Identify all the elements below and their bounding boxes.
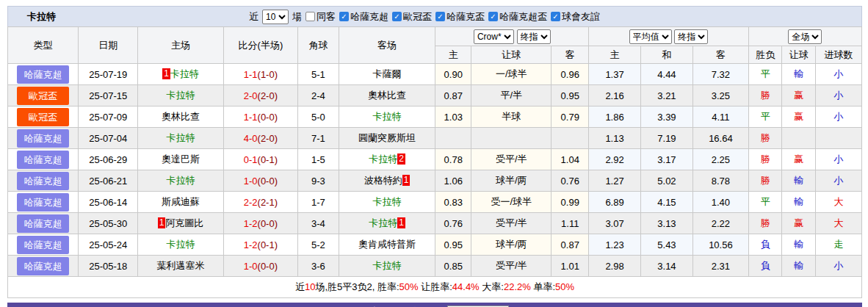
recent-count-select[interactable]: 10 — [262, 10, 289, 24]
league-checkbox[interactable]: ✓哈薩克超盃 — [488, 10, 547, 24]
avg-draw-odds: 3.39 — [641, 106, 693, 128]
league-type-badge: 哈薩克超 — [17, 236, 69, 254]
league-type-badge: 哈薩克超 — [17, 65, 69, 84]
halftime-score: (0-1) — [258, 239, 278, 250]
league-type-cell: 歐冠盃 — [8, 85, 79, 106]
filter-controls: 近 10 場 同客 ✓哈薩克超✓歐冠盃✓哈薩克盃✓哈薩克超盃✓球會友誼 — [249, 7, 600, 26]
handicap-line: 受平/半 — [471, 213, 551, 234]
team-name-text: 卡拉特 — [369, 217, 397, 228]
table-row: 哈薩克超25-07-191卡拉特1-1(1-0)5-1卡薩爾0.90一/球半0.… — [8, 64, 862, 85]
summary-segment: 10 — [305, 281, 315, 292]
fulltime-score: 1-1 — [244, 69, 258, 80]
rank-badge: 1 — [397, 217, 405, 228]
table-row: 哈薩克超25-06-14斯咸迪蘇2-2(2-1)1-7卡拉特0.83受一/球半0… — [8, 192, 862, 213]
league-type-cell: 歐冠盃 — [8, 106, 79, 128]
handicap-away-odds — [551, 128, 589, 149]
fulltime-score: 2-2 — [244, 197, 258, 208]
sub-header-handicap-line: 让球 — [471, 46, 551, 64]
league-type-cell: 哈薩克超 — [8, 170, 79, 192]
handicap-home-odds — [435, 128, 471, 149]
match-date: 25-05-18 — [79, 256, 138, 277]
halftime-score: (0-0) — [258, 218, 278, 229]
sub-header-avg-home: 主 — [589, 46, 641, 64]
match-date: 25-06-29 — [79, 149, 138, 170]
odds-time-select-1[interactable]: 终指 — [517, 29, 551, 44]
goals-result: 小 — [816, 85, 862, 106]
sub-header-goals: 进球数 — [816, 46, 862, 64]
home-team: 斯咸迪蘇 — [138, 192, 223, 213]
same-away-checkbox[interactable]: 同客 — [305, 10, 336, 24]
winloss-result: 勝 — [748, 213, 782, 234]
avg-home-odds: 1.23 — [589, 234, 641, 256]
summary-segment: 50% — [399, 281, 419, 292]
handicap-home-odds: 0.85 — [435, 256, 471, 277]
score-cell: 0-1(0-1) — [223, 149, 297, 170]
score-cell: 1-1(0-0) — [223, 106, 297, 128]
sub-header-avg-away: 客 — [692, 46, 748, 64]
table-row: 哈薩克超25-05-301阿克圖比1-2(0-0)3-4卡拉特10.76受平/半… — [8, 213, 862, 234]
checkbox-unchecked-icon[interactable] — [305, 12, 315, 21]
league-type-badge: 歐冠盃 — [17, 108, 69, 126]
avg-draw-odds: 3.21 — [641, 85, 693, 106]
table-row: 哈薩克超25-07-04卡拉特4-0(2-0)7-1圓蘭突厥斯坦1.137.19… — [8, 128, 862, 149]
fulltime-score: 1-2 — [244, 239, 258, 250]
fulltime-score: 0-1 — [244, 154, 258, 165]
odds-source-select[interactable]: Crow* — [474, 29, 514, 44]
league-filters: ✓哈薩克超✓歐冠盃✓哈薩克盃✓哈薩克超盃✓球會友誼 — [339, 10, 600, 24]
goals-result: 小 — [816, 170, 862, 192]
match-date: 25-07-04 — [79, 128, 138, 149]
avg-away-odds: 10.56 — [692, 234, 748, 256]
team-name-text: 卡拉特 — [170, 68, 199, 79]
match-date: 25-06-14 — [79, 192, 138, 213]
checkbox-checked-icon[interactable]: ✓ — [392, 12, 402, 21]
avg-home-odds: 2.92 — [589, 149, 641, 170]
summary-segment: 50% — [555, 281, 574, 292]
away-team: 卡拉特 — [339, 256, 435, 277]
col-header-date: 日期 — [79, 27, 138, 64]
halftime-score: (0-0) — [258, 176, 278, 187]
halftime-score: (0-0) — [258, 261, 278, 272]
away-team: 卡拉特1 — [339, 213, 435, 234]
team-name-text: 卡拉特 — [167, 132, 195, 143]
winloss-result: 勝 — [748, 128, 782, 149]
league-checkbox[interactable]: ✓哈薩克超 — [339, 10, 388, 24]
team-name-text: 卡拉特 — [373, 196, 402, 207]
handicap-result: 赢 — [782, 106, 816, 128]
home-team: 奧林比查 — [138, 106, 223, 128]
corners-cell: 3-4 — [298, 213, 339, 234]
winloss-result: 平 — [748, 192, 782, 213]
checkbox-checked-icon[interactable]: ✓ — [488, 12, 498, 21]
away-team: 圓蘭突厥斯坦 — [339, 128, 435, 149]
handicap-home-odds: 0.78 — [435, 149, 471, 170]
home-team: 卡拉特 — [138, 128, 223, 149]
goals-result: 大 — [816, 192, 862, 213]
match-date: 25-07-19 — [79, 64, 138, 85]
col-header-score: 比分(半场) — [223, 27, 297, 64]
league-checkbox-label: 哈薩克盃 — [446, 10, 485, 24]
scope-select[interactable]: 全场 — [788, 29, 822, 44]
checkbox-checked-icon[interactable]: ✓ — [339, 12, 349, 21]
summary-segment: 场,胜5平3负2, 胜率: — [315, 281, 399, 292]
score-cell: 1-0(0-0) — [223, 170, 297, 192]
goals-result: 小 — [816, 149, 862, 170]
avg-away-odds: 8.78 — [692, 170, 748, 192]
halftime-score: (2-0) — [258, 90, 278, 101]
sub-header-handicap-away: 客 — [551, 46, 589, 64]
avg-draw-odds: 3.14 — [641, 256, 693, 277]
checkbox-checked-icon[interactable]: ✓ — [435, 12, 445, 21]
odds-time-select-2[interactable]: 终指 — [674, 29, 708, 44]
avg-away-odds: 7.32 — [692, 64, 748, 85]
summary-segment: 44.4% — [452, 281, 480, 292]
avg-home-odds: 2.98 — [589, 256, 641, 277]
checkbox-checked-icon[interactable]: ✓ — [551, 12, 560, 21]
handicap-result: 輸 — [782, 256, 816, 277]
league-checkbox[interactable]: ✓歐冠盃 — [392, 10, 432, 24]
rank-badge: 1 — [162, 68, 170, 79]
league-checkbox[interactable]: ✓哈薩克盃 — [435, 10, 485, 24]
avg-source-select[interactable]: 平均值 — [629, 29, 672, 44]
team-name-text: 奧林比查 — [368, 90, 406, 101]
score-cell: 1-2(0-0) — [223, 213, 297, 234]
team-name-text: 卡薩爾 — [373, 68, 402, 79]
league-checkbox[interactable]: ✓球會友誼 — [551, 10, 600, 24]
halftime-score: (0-0) — [258, 112, 278, 123]
